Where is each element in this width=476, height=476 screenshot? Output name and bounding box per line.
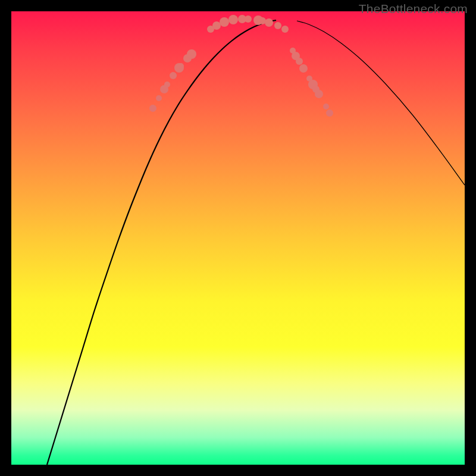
data-point <box>323 104 329 109</box>
scatter-dots <box>149 15 333 117</box>
data-point <box>156 95 162 101</box>
data-point <box>299 64 308 73</box>
data-point <box>149 105 156 112</box>
data-point <box>178 63 184 69</box>
data-point <box>228 15 238 24</box>
chart-frame <box>11 11 465 465</box>
data-point <box>296 58 303 65</box>
data-point <box>274 22 281 29</box>
data-point <box>326 109 333 117</box>
curve-right <box>297 21 465 185</box>
data-point <box>164 82 170 87</box>
data-point <box>187 49 196 59</box>
data-point <box>265 18 273 27</box>
data-point <box>220 17 229 27</box>
data-point <box>281 26 289 33</box>
watermark-label: TheBottleneck.com <box>359 2 468 16</box>
data-point <box>170 72 177 79</box>
data-point <box>315 90 323 98</box>
bottleneck-plot <box>11 11 465 465</box>
data-point <box>245 15 252 23</box>
data-point <box>212 21 221 30</box>
